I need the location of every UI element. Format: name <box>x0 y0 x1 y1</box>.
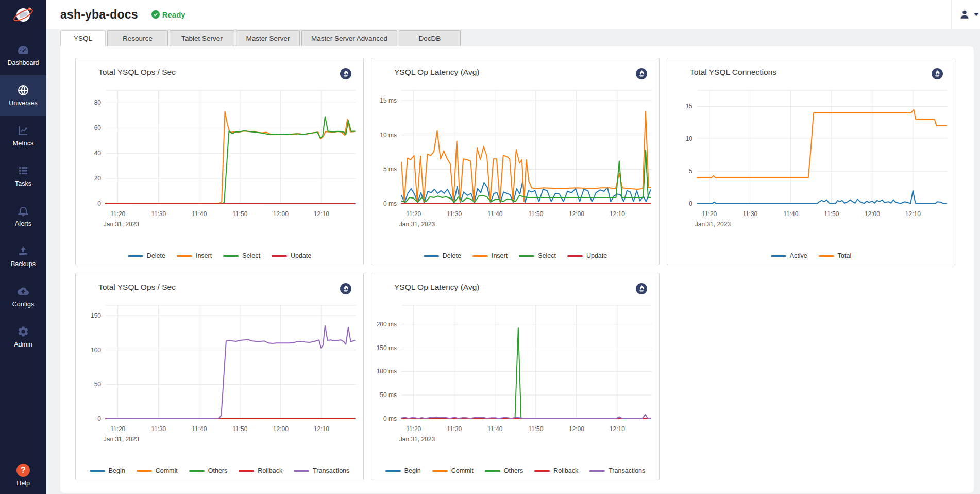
sidebar-item-help[interactable]: ? Help <box>0 464 46 487</box>
svg-text:11:40: 11:40 <box>192 425 207 433</box>
legend-label: Others <box>208 467 228 474</box>
legend-item-others[interactable]: Others <box>189 467 228 474</box>
legend-label: Total <box>838 252 851 259</box>
svg-text:11:30: 11:30 <box>447 210 462 218</box>
legend-item-update[interactable]: Update <box>567 252 607 259</box>
status-label: Ready <box>162 10 185 19</box>
legend-swatch <box>485 470 500 472</box>
legend-item-begin[interactable]: Begin <box>90 467 125 474</box>
metrics-chart-icon <box>17 124 29 137</box>
legend-item-commit[interactable]: Commit <box>432 467 474 474</box>
chart-panel-ysql-op-latency-transactions: YSQL Op Latency (Avg) 0 ms50 ms100 ms150… <box>371 273 660 480</box>
tab-master-server[interactable]: Master Server <box>236 30 300 46</box>
chart-panel-total-ysql-connections: Total YSQL Connections 05101511:2011:301… <box>667 58 955 265</box>
svg-text:0: 0 <box>97 415 101 422</box>
svg-text:100 ms: 100 ms <box>377 368 397 375</box>
tab-ysql[interactable]: YSQL <box>60 30 106 46</box>
svg-text:12:10: 12:10 <box>314 425 329 433</box>
sidebar-item-alerts[interactable]: Alerts <box>0 196 46 236</box>
svg-text:11:40: 11:40 <box>487 425 502 433</box>
legend-item-update[interactable]: Update <box>272 252 311 259</box>
sidebar: Dashboard Universes Metrics Tasks <box>0 0 46 494</box>
chart-legend: DeleteInsertSelectUpdate <box>76 252 363 259</box>
legend-swatch <box>128 255 143 257</box>
sidebar-item-admin[interactable]: Admin <box>0 317 46 357</box>
tab-panel-container: Total YSQL Ops / Sec 02040608011:2011:30… <box>60 46 974 493</box>
sidebar-item-label: Alerts <box>15 220 31 227</box>
prometheus-icon[interactable] <box>931 68 943 80</box>
sidebar-item-label: Tasks <box>15 180 31 187</box>
legend-label: Begin <box>404 467 421 474</box>
legend-item-total[interactable]: Total <box>819 252 851 259</box>
svg-text:11:40: 11:40 <box>192 210 207 218</box>
legend-item-delete[interactable]: Delete <box>128 252 165 259</box>
svg-text:10 ms: 10 ms <box>380 131 397 139</box>
prometheus-icon[interactable] <box>340 283 352 295</box>
legend-item-begin[interactable]: Begin <box>385 467 421 474</box>
svg-text:11:30: 11:30 <box>742 210 757 218</box>
legend-item-active[interactable]: Active <box>771 252 807 259</box>
svg-text:50 ms: 50 ms <box>380 391 397 399</box>
prometheus-icon[interactable] <box>635 283 648 295</box>
legend-item-commit[interactable]: Commit <box>137 467 178 474</box>
legend-item-rollback[interactable]: Rollback <box>239 467 282 474</box>
prometheus-icon[interactable] <box>635 68 648 80</box>
yugabyte-logo[interactable] <box>0 0 46 29</box>
svg-text:11:50: 11:50 <box>528 210 543 218</box>
legend-swatch <box>819 255 834 257</box>
status-badge: Ready <box>151 10 185 19</box>
tab-docdb[interactable]: DocDB <box>399 30 461 46</box>
dashboard-gauge-icon <box>17 44 29 56</box>
chart-title: YSQL Op Latency (Avg) <box>394 68 479 77</box>
svg-text:5 ms: 5 ms <box>383 166 397 173</box>
legend-label: Insert <box>196 252 212 259</box>
svg-text:0 ms: 0 ms <box>383 200 397 207</box>
svg-text:Jan 31, 2023: Jan 31, 2023 <box>104 436 140 443</box>
legend-item-select[interactable]: Select <box>223 252 260 259</box>
legend-label: Active <box>790 252 807 259</box>
help-icon: ? <box>16 464 30 477</box>
tab-master-server-advanced[interactable]: Master Server Advanced <box>301 30 397 46</box>
sidebar-item-label: Backups <box>11 260 36 268</box>
sidebar-item-tasks[interactable]: Tasks <box>0 156 46 196</box>
sidebar-item-configs[interactable]: Configs <box>0 276 46 317</box>
legend-item-rollback[interactable]: Rollback <box>534 467 578 474</box>
bell-icon <box>17 205 29 217</box>
user-menu-button[interactable] <box>951 0 980 29</box>
legend-swatch <box>432 470 448 472</box>
legend-item-insert[interactable]: Insert <box>177 252 212 259</box>
chevron-down-icon <box>974 13 979 16</box>
sidebar-item-universes[interactable]: Universes <box>0 75 46 116</box>
legend-item-others[interactable]: Others <box>485 467 523 474</box>
legend-item-insert[interactable]: Insert <box>472 252 508 259</box>
gear-icon <box>17 325 29 338</box>
svg-text:0 ms: 0 ms <box>383 415 397 422</box>
tab-tablet-server[interactable]: Tablet Server <box>170 30 234 46</box>
user-icon <box>959 9 970 20</box>
legend-item-select[interactable]: Select <box>519 252 556 259</box>
legend-label: Commit <box>451 467 474 474</box>
chart-title: Total YSQL Connections <box>690 68 776 77</box>
sidebar-item-metrics[interactable]: Metrics <box>0 116 46 156</box>
svg-text:12:10: 12:10 <box>314 210 329 218</box>
tab-resource[interactable]: Resource <box>107 30 168 46</box>
svg-text:11:40: 11:40 <box>783 210 798 218</box>
legend-swatch <box>771 255 786 257</box>
legend-label: Update <box>291 252 311 259</box>
header: ash-yba-docs Ready <box>46 0 980 29</box>
sidebar-item-backups[interactable]: Backups <box>0 236 46 276</box>
main-content: YSQL Resource Tablet Server Master Serve… <box>46 29 980 494</box>
svg-text:11:50: 11:50 <box>528 425 543 433</box>
prometheus-icon[interactable] <box>340 68 352 80</box>
legend-swatch <box>272 255 287 257</box>
svg-text:200 ms: 200 ms <box>377 321 397 328</box>
chart-panel-total-ysql-ops: Total YSQL Ops / Sec 02040608011:2011:30… <box>75 58 364 265</box>
sidebar-item-dashboard[interactable]: Dashboard <box>0 35 46 75</box>
legend-item-transactions[interactable]: Transactions <box>294 467 349 474</box>
svg-text:12:00: 12:00 <box>569 210 584 218</box>
chart-legend: ActiveTotal <box>667 252 955 259</box>
svg-text:Jan 31, 2023: Jan 31, 2023 <box>399 436 435 443</box>
legend-item-delete[interactable]: Delete <box>424 252 461 259</box>
svg-text:12:10: 12:10 <box>610 425 625 433</box>
legend-item-transactions[interactable]: Transactions <box>589 467 645 474</box>
